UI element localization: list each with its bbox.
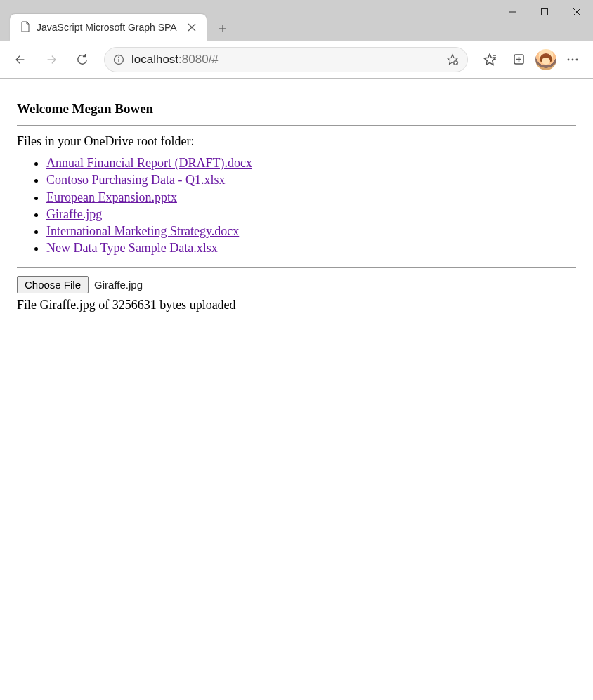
browser-chrome: JavaScript Microsoft Graph SPA localhost… bbox=[0, 0, 593, 79]
nav-refresh-button[interactable] bbox=[69, 46, 96, 73]
collections-icon[interactable] bbox=[506, 46, 533, 73]
list-item: Annual Financial Report (DRAFT).docx bbox=[46, 154, 576, 171]
browser-toolbar: localhost:8080/# bbox=[0, 41, 593, 78]
file-link[interactable]: European Expansion.pptx bbox=[46, 190, 177, 204]
svg-point-25 bbox=[572, 58, 574, 60]
divider bbox=[17, 267, 576, 268]
address-bar[interactable]: localhost:8080/# bbox=[104, 47, 468, 72]
url-text: localhost:8080/# bbox=[131, 53, 219, 67]
new-tab-button[interactable] bbox=[211, 17, 235, 41]
list-item: New Data Type Sample Data.xlsx bbox=[46, 239, 576, 256]
file-link[interactable]: Annual Financial Report (DRAFT).docx bbox=[46, 156, 252, 170]
nav-back-button[interactable] bbox=[7, 46, 34, 73]
tab-close-button[interactable] bbox=[185, 21, 198, 34]
window-controls bbox=[496, 0, 593, 28]
file-link[interactable]: Contoso Purchasing Data - Q1.xlsx bbox=[46, 173, 225, 187]
divider bbox=[17, 125, 576, 126]
file-link[interactable]: Giraffe.jpg bbox=[46, 207, 102, 221]
file-link[interactable]: International Marketing Strategy.docx bbox=[46, 224, 239, 238]
welcome-heading: Welcome Megan Bowen bbox=[17, 101, 576, 117]
list-item: Contoso Purchasing Data - Q1.xlsx bbox=[46, 171, 576, 188]
file-upload-row: Choose File Giraffe.jpg bbox=[17, 276, 576, 293]
window-close-button[interactable] bbox=[561, 0, 593, 24]
window-maximize-button[interactable] bbox=[528, 0, 561, 24]
page-content: Welcome Megan Bowen Files in your OneDri… bbox=[0, 79, 593, 322]
list-item: International Marketing Strategy.docx bbox=[46, 223, 576, 239]
svg-point-24 bbox=[568, 58, 570, 60]
choose-file-button[interactable]: Choose File bbox=[17, 276, 89, 293]
list-item: Giraffe.jpg bbox=[46, 206, 576, 223]
window-minimize-button[interactable] bbox=[496, 0, 528, 24]
files-heading: Files in your OneDrive root folder: bbox=[17, 134, 576, 149]
chosen-file-name: Giraffe.jpg bbox=[94, 279, 143, 291]
favorites-icon[interactable] bbox=[476, 46, 503, 73]
file-link[interactable]: New Data Type Sample Data.xlsx bbox=[46, 241, 218, 255]
favorite-add-icon[interactable] bbox=[446, 53, 459, 66]
svg-point-26 bbox=[576, 58, 578, 60]
list-item: European Expansion.pptx bbox=[46, 189, 576, 206]
upload-status-text: File Giraffe.jpg of 3256631 bytes upload… bbox=[17, 298, 576, 312]
user-name: Megan Bowen bbox=[72, 101, 154, 116]
profile-avatar[interactable] bbox=[535, 49, 556, 70]
url-host: localhost bbox=[131, 53, 178, 66]
svg-rect-1 bbox=[542, 9, 548, 15]
browser-tab-active[interactable]: JavaScript Microsoft Graph SPA bbox=[10, 14, 207, 41]
tab-title: JavaScript Microsoft Graph SPA bbox=[37, 22, 177, 33]
menu-button[interactable] bbox=[559, 46, 586, 73]
page-icon bbox=[20, 21, 31, 34]
file-list: Annual Financial Report (DRAFT).docx Con… bbox=[17, 154, 576, 257]
url-rest: :8080/# bbox=[178, 53, 219, 66]
welcome-prefix: Welcome bbox=[17, 101, 72, 116]
nav-forward-button[interactable] bbox=[38, 46, 65, 73]
toolbar-right-icons bbox=[476, 46, 586, 73]
site-info-icon[interactable] bbox=[113, 54, 124, 65]
